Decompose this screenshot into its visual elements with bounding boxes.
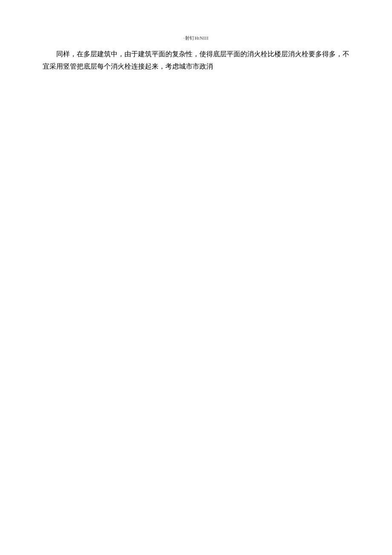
annotation-text: ·射钉HtNIII: [43, 34, 349, 43]
main-paragraph: 同样，在多层建筑中，由于建筑平面的复杂性，使得底层平面的消火栓比楼层消火栓要多得…: [43, 48, 349, 73]
page-container: ·射钉HtNIII 同样，在多层建筑中，由于建筑平面的复杂性，使得底层平面的消火…: [0, 0, 392, 555]
text-block: 同样，在多层建筑中，由于建筑平面的复杂性，使得底层平面的消火栓比楼层消火栓要多得…: [43, 48, 349, 73]
